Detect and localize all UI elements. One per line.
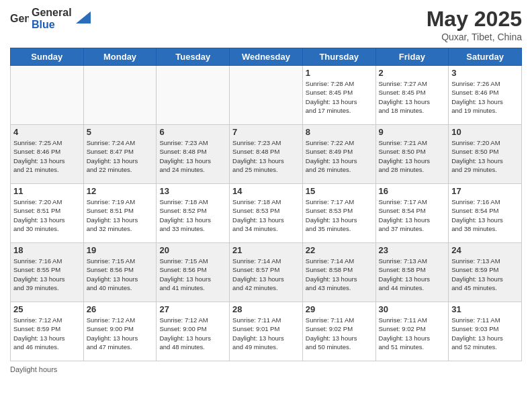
day-header-friday: Friday — [375, 48, 449, 66]
cell-info: Sunrise: 7:24 AMSunset: 8:47 PMDaylight:… — [87, 138, 154, 174]
calendar-cell: 29Sunrise: 7:11 AMSunset: 9:02 PMDayligh… — [302, 302, 375, 361]
cell-info: Sunrise: 7:11 AMSunset: 9:01 PMDaylight:… — [232, 316, 300, 351]
cell-info: Sunrise: 7:15 AMSunset: 8:56 PMDaylight:… — [159, 257, 226, 292]
calendar-cell: 17Sunrise: 7:16 AMSunset: 8:54 PMDayligh… — [449, 184, 522, 243]
cell-info: Sunrise: 7:25 AMSunset: 8:46 PMDaylight:… — [13, 138, 81, 174]
day-number: 29 — [306, 304, 373, 314]
page: General General Blue May 2025 Quxar, Tib… — [0, 0, 532, 411]
day-number: 6 — [159, 127, 226, 137]
cell-info: Sunrise: 7:22 AMSunset: 8:49 PMDaylight:… — [306, 138, 373, 174]
day-number: 27 — [159, 304, 226, 314]
calendar-cell — [230, 66, 303, 125]
cell-info: Sunrise: 7:13 AMSunset: 8:58 PMDaylight:… — [379, 257, 446, 292]
footer: Daylight hours — [10, 365, 522, 373]
cell-info: Sunrise: 7:15 AMSunset: 8:56 PMDaylight:… — [87, 257, 154, 292]
day-number: 13 — [159, 186, 226, 196]
main-title: May 2025 — [427, 7, 522, 32]
cell-info: Sunrise: 7:18 AMSunset: 8:53 PMDaylight:… — [232, 197, 300, 233]
day-number: 4 — [13, 127, 81, 137]
day-header-thursday: Thursday — [302, 48, 375, 66]
day-header-wednesday: Wednesday — [230, 48, 303, 66]
cell-info: Sunrise: 7:18 AMSunset: 8:52 PMDaylight:… — [159, 197, 226, 233]
day-header-sunday: Sunday — [11, 48, 84, 66]
calendar-week-row: 18Sunrise: 7:16 AMSunset: 8:55 PMDayligh… — [11, 243, 522, 302]
calendar-cell: 10Sunrise: 7:20 AMSunset: 8:50 PMDayligh… — [449, 125, 522, 184]
calendar-cell: 8Sunrise: 7:22 AMSunset: 8:49 PMDaylight… — [302, 125, 375, 184]
calendar-cell: 19Sunrise: 7:15 AMSunset: 8:56 PMDayligh… — [83, 243, 157, 302]
calendar-cell: 30Sunrise: 7:11 AMSunset: 9:02 PMDayligh… — [375, 302, 449, 361]
logo: General General Blue — [10, 7, 91, 30]
cell-info: Sunrise: 7:28 AMSunset: 8:45 PMDaylight:… — [306, 79, 373, 115]
day-number: 7 — [232, 127, 300, 137]
cell-info: Sunrise: 7:23 AMSunset: 8:48 PMDaylight:… — [232, 138, 300, 174]
calendar-cell: 9Sunrise: 7:21 AMSunset: 8:50 PMDaylight… — [375, 125, 449, 184]
calendar-cell: 18Sunrise: 7:16 AMSunset: 8:55 PMDayligh… — [11, 243, 84, 302]
cell-info: Sunrise: 7:19 AMSunset: 8:51 PMDaylight:… — [87, 197, 154, 233]
day-number: 8 — [306, 127, 373, 137]
logo-triangle-icon — [76, 11, 91, 24]
cell-info: Sunrise: 7:20 AMSunset: 8:51 PMDaylight:… — [13, 197, 81, 233]
day-number: 11 — [13, 186, 81, 196]
cell-info: Sunrise: 7:20 AMSunset: 8:50 PMDaylight:… — [451, 138, 519, 174]
cell-info: Sunrise: 7:12 AMSunset: 8:59 PMDaylight:… — [13, 316, 81, 351]
daylight-label: Daylight hours — [10, 365, 57, 373]
day-number: 20 — [159, 245, 226, 255]
calendar-cell: 26Sunrise: 7:12 AMSunset: 9:00 PMDayligh… — [83, 302, 157, 361]
day-number: 28 — [232, 304, 300, 314]
calendar-cell: 14Sunrise: 7:18 AMSunset: 8:53 PMDayligh… — [230, 184, 303, 243]
calendar-cell: 2Sunrise: 7:27 AMSunset: 8:45 PMDaylight… — [375, 66, 449, 125]
header: General General Blue May 2025 Quxar, Tib… — [10, 7, 522, 42]
day-number: 17 — [451, 186, 519, 196]
cell-info: Sunrise: 7:21 AMSunset: 8:50 PMDaylight:… — [379, 138, 446, 174]
day-number: 26 — [87, 304, 154, 314]
day-number: 21 — [232, 245, 300, 255]
calendar-cell — [11, 66, 84, 125]
calendar-cell — [83, 66, 157, 125]
calendar-cell: 31Sunrise: 7:11 AMSunset: 9:03 PMDayligh… — [449, 302, 522, 361]
calendar-cell: 4Sunrise: 7:25 AMSunset: 8:46 PMDaylight… — [11, 125, 84, 184]
cell-info: Sunrise: 7:23 AMSunset: 8:48 PMDaylight:… — [159, 138, 226, 174]
calendar-cell: 23Sunrise: 7:13 AMSunset: 8:58 PMDayligh… — [375, 243, 449, 302]
calendar-week-row: 1Sunrise: 7:28 AMSunset: 8:45 PMDaylight… — [11, 66, 522, 125]
subtitle: Quxar, Tibet, China — [427, 32, 522, 42]
day-number: 31 — [451, 304, 519, 314]
logo-general: General — [32, 7, 72, 19]
day-number: 22 — [306, 245, 373, 255]
calendar-cell: 28Sunrise: 7:11 AMSunset: 9:01 PMDayligh… — [230, 302, 303, 361]
day-number: 16 — [379, 186, 446, 196]
day-number: 2 — [379, 68, 446, 78]
cell-info: Sunrise: 7:16 AMSunset: 8:54 PMDaylight:… — [451, 197, 519, 233]
title-block: May 2025 Quxar, Tibet, China — [427, 7, 522, 42]
cell-info: Sunrise: 7:17 AMSunset: 8:53 PMDaylight:… — [306, 197, 373, 233]
cell-info: Sunrise: 7:14 AMSunset: 8:58 PMDaylight:… — [306, 257, 373, 292]
calendar-cell: 7Sunrise: 7:23 AMSunset: 8:48 PMDaylight… — [230, 125, 303, 184]
day-number: 30 — [379, 304, 446, 314]
calendar-cell: 13Sunrise: 7:18 AMSunset: 8:52 PMDayligh… — [157, 184, 230, 243]
day-number: 12 — [87, 186, 154, 196]
day-number: 1 — [306, 68, 373, 78]
calendar-cell — [157, 66, 230, 125]
calendar-week-row: 25Sunrise: 7:12 AMSunset: 8:59 PMDayligh… — [11, 302, 522, 361]
calendar-cell: 24Sunrise: 7:13 AMSunset: 8:59 PMDayligh… — [449, 243, 522, 302]
calendar-cell: 3Sunrise: 7:26 AMSunset: 8:46 PMDaylight… — [449, 66, 522, 125]
day-number: 24 — [451, 245, 519, 255]
cell-info: Sunrise: 7:14 AMSunset: 8:57 PMDaylight:… — [232, 257, 300, 292]
day-number: 19 — [87, 245, 154, 255]
calendar-cell: 5Sunrise: 7:24 AMSunset: 8:47 PMDaylight… — [83, 125, 157, 184]
day-number: 14 — [232, 186, 300, 196]
day-number: 15 — [306, 186, 373, 196]
cell-info: Sunrise: 7:11 AMSunset: 9:03 PMDaylight:… — [451, 316, 519, 351]
cell-info: Sunrise: 7:16 AMSunset: 8:55 PMDaylight:… — [13, 257, 81, 292]
calendar-cell: 22Sunrise: 7:14 AMSunset: 8:58 PMDayligh… — [302, 243, 375, 302]
calendar-cell: 25Sunrise: 7:12 AMSunset: 8:59 PMDayligh… — [11, 302, 84, 361]
day-header-monday: Monday — [83, 48, 157, 66]
calendar-cell: 6Sunrise: 7:23 AMSunset: 8:48 PMDaylight… — [157, 125, 230, 184]
calendar-cell: 20Sunrise: 7:15 AMSunset: 8:56 PMDayligh… — [157, 243, 230, 302]
day-number: 18 — [13, 245, 81, 255]
calendar-cell: 11Sunrise: 7:20 AMSunset: 8:51 PMDayligh… — [11, 184, 84, 243]
day-header-saturday: Saturday — [449, 48, 522, 66]
cell-info: Sunrise: 7:11 AMSunset: 9:02 PMDaylight:… — [379, 316, 446, 351]
day-number: 5 — [87, 127, 154, 137]
cell-info: Sunrise: 7:13 AMSunset: 8:59 PMDaylight:… — [451, 257, 519, 292]
days-header-row: SundayMondayTuesdayWednesdayThursdayFrid… — [11, 48, 522, 66]
